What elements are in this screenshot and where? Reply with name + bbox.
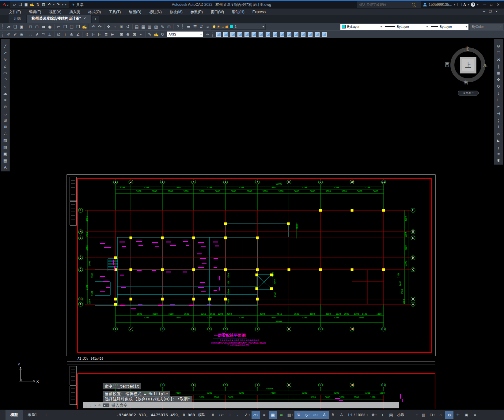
- zoom-window-icon[interactable]: ⊞: [118, 24, 125, 30]
- designcenter-icon[interactable]: ▦: [140, 24, 146, 30]
- layer-properties-icon[interactable]: ≣: [185, 24, 192, 30]
- toolbar-grip[interactable]: [212, 32, 214, 37]
- autodesk-apps-icon[interactable]: A: [463, 2, 466, 7]
- units-combo[interactable]: 小数▾: [395, 412, 419, 418]
- layout1-tab[interactable]: 布局1: [23, 410, 42, 420]
- grid-display-icon[interactable]: #▾: [209, 411, 217, 419]
- sep[interactable]: [173, 24, 174, 29]
- tab-start[interactable]: 开始: [9, 15, 26, 23]
- line-icon[interactable]: ╱: [2, 43, 9, 49]
- undo-caret[interactable]: ▾: [52, 2, 55, 8]
- sep[interactable]: [132, 24, 133, 29]
- zoom-realtime-icon[interactable]: ±: [112, 24, 118, 30]
- account-caret-icon[interactable]: ▾: [454, 3, 455, 6]
- layer-previous-icon[interactable]: ⇵: [198, 24, 205, 30]
- model-tab[interactable]: 模型: [6, 410, 23, 420]
- menu-item[interactable]: 插入(I): [65, 9, 84, 15]
- isolate-objects-icon[interactable]: ◌▾: [436, 411, 445, 419]
- lineweight-combo[interactable]: ByLayer ▾: [429, 24, 468, 30]
- point-icon[interactable]: ∴: [2, 130, 9, 137]
- dim-space-icon[interactable]: ≣: [103, 31, 109, 38]
- ellipse-icon[interactable]: ⊖: [2, 103, 9, 110]
- dim-inspect-icon[interactable]: ⊠: [131, 31, 138, 38]
- dim-angular-icon[interactable]: ∠: [75, 31, 81, 38]
- model-space-toggle[interactable]: 模型: [195, 411, 209, 419]
- layer-thaw-icon[interactable]: ☀: [217, 25, 220, 29]
- dim-update-icon[interactable]: ↻: [159, 31, 166, 38]
- show-lineweight-icon[interactable]: ≣▾: [277, 411, 286, 419]
- isolate-plus-icon[interactable]: +▾: [378, 411, 387, 419]
- menu-item[interactable]: 编辑(E): [25, 9, 45, 15]
- color-faces-icon[interactable]: [287, 32, 291, 37]
- paste-special-icon[interactable]: ❒: [75, 24, 81, 30]
- dim-aligned-icon[interactable]: ⇗: [34, 31, 40, 38]
- toolbar-grip[interactable]: [496, 41, 501, 41]
- dim-text-edit-icon[interactable]: ✍: [153, 31, 159, 38]
- delete-faces-icon[interactable]: [259, 32, 263, 37]
- clean-icon[interactable]: [301, 32, 305, 37]
- tool-palettes-icon[interactable]: ▥: [146, 24, 153, 30]
- quickcalc-icon[interactable]: ⊞: [166, 24, 172, 30]
- color-combo-caret-icon[interactable]: ▾: [381, 25, 382, 28]
- break-at-point-icon[interactable]: ¦: [495, 117, 502, 123]
- layer-states-icon[interactable]: ≋: [205, 24, 211, 30]
- solid-intersect-icon[interactable]: [230, 32, 235, 37]
- polygon-icon[interactable]: ⌂: [2, 63, 9, 69]
- rectangle-icon[interactable]: ▭: [2, 69, 9, 76]
- ellipse-arc-icon[interactable]: ◡: [2, 110, 9, 117]
- layer-on-icon[interactable]: [213, 25, 215, 28]
- dim-arc-length-icon[interactable]: ◠: [40, 31, 47, 38]
- dimstyle-combo-caret-icon[interactable]: ▾: [200, 33, 202, 36]
- app-store-cart-icon[interactable]: [457, 3, 461, 6]
- trim-icon[interactable]: ✂: [495, 103, 502, 110]
- construction-line-icon[interactable]: ↗: [2, 49, 9, 56]
- erase-icon[interactable]: ⊘: [495, 43, 502, 49]
- separate-icon[interactable]: [308, 32, 313, 37]
- dim-edit-icon[interactable]: ✎: [146, 31, 153, 38]
- save-icon[interactable]: ▣: [23, 2, 29, 8]
- redo-icon[interactable]: ↷: [55, 2, 61, 8]
- help-icon[interactable]: ?: [175, 24, 181, 30]
- check-icon[interactable]: [322, 32, 327, 37]
- color-combo[interactable]: ByLayer ▾: [340, 24, 383, 30]
- dim-jogged-icon[interactable]: ≀: [62, 31, 68, 38]
- isometric-drafting-icon[interactable]: ▱▾: [252, 411, 260, 419]
- object-snap-icon[interactable]: ▦▾: [269, 411, 277, 419]
- tab-drawing[interactable]: 杭州某调度综合楼结构设计图* ✕: [27, 15, 91, 23]
- search-box[interactable]: [357, 2, 421, 8]
- explode-icon[interactable]: ✱: [495, 157, 502, 164]
- mirror-icon[interactable]: ⋈: [495, 56, 502, 63]
- polyline-icon[interactable]: ∿: [2, 56, 9, 63]
- sep[interactable]: [145, 32, 146, 37]
- qnew-icon[interactable]: ▱: [6, 24, 12, 30]
- toolbar-grip[interactable]: [2, 24, 4, 29]
- text-edit-icon[interactable]: ✐: [6, 31, 12, 38]
- close-button[interactable]: ✕: [497, 2, 500, 7]
- open-from-mobile-icon[interactable]: ⇅: [35, 2, 41, 8]
- publish-icon[interactable]: ⇉: [40, 24, 47, 30]
- doc-restore-button[interactable]: ❐: [489, 10, 492, 13]
- user-avatar-icon[interactable]: [423, 3, 427, 6]
- lineweight-combo-caret-icon[interactable]: ▾: [466, 25, 467, 28]
- move-icon[interactable]: ✥: [495, 76, 502, 83]
- plot-icon[interactable]: ⊟: [41, 2, 47, 8]
- dim-break-icon[interactable]: ⊬: [109, 31, 116, 38]
- menu-item[interactable]: 视图(V): [45, 9, 65, 15]
- annotation-monitor-icon[interactable]: ▤▾: [387, 411, 395, 419]
- sep[interactable]: [82, 32, 83, 37]
- extend-icon[interactable]: ⊣: [495, 110, 502, 117]
- taper-faces-icon[interactable]: [273, 32, 277, 37]
- annotation-scale-sync-icon[interactable]: Å▾: [337, 411, 346, 419]
- properties-icon[interactable]: ▤: [134, 24, 140, 30]
- sep[interactable]: [26, 32, 26, 37]
- apps-caret-icon[interactable]: ▾: [468, 3, 469, 6]
- selection-cycling-icon[interactable]: ⇅▾: [294, 411, 303, 419]
- dynamic-ucs-icon[interactable]: ⊕▾: [312, 411, 320, 419]
- toolbar-grip[interactable]: [3, 41, 8, 41]
- model-canvas[interactable]: A2.JJ: 841x420 一层梁配筋平面图 1. 主梁梁顶标高未注明者均同本…: [11, 38, 494, 410]
- layer-unlock-icon[interactable]: [225, 26, 228, 28]
- new-tab-button[interactable]: +: [92, 16, 99, 23]
- sep[interactable]: [104, 24, 104, 29]
- pan-icon[interactable]: ✥: [105, 24, 112, 30]
- new-file-icon[interactable]: ▱: [12, 2, 17, 8]
